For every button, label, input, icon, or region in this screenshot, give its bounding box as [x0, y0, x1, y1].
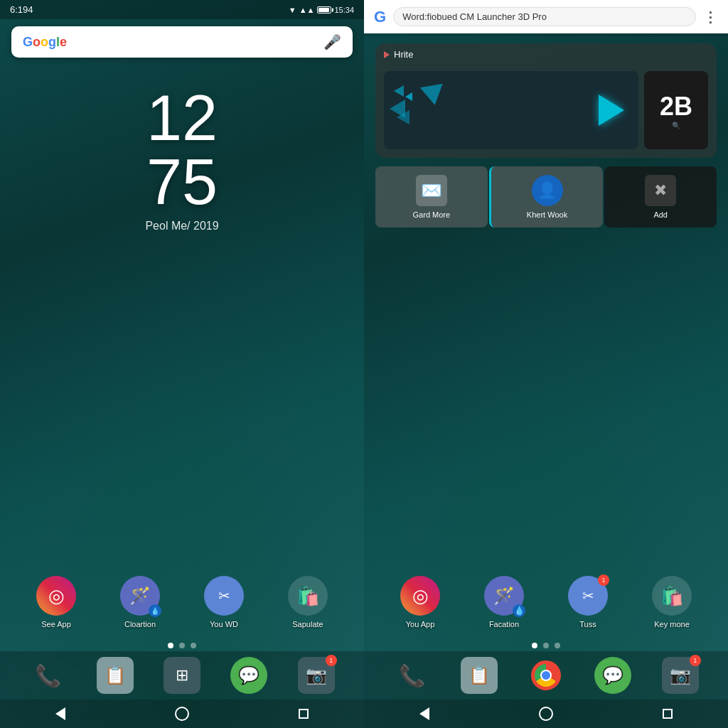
clock-widget-left: 12 75 Peol Me/ 2019 [0, 86, 364, 232]
khert-wook-label: Khert Wook [527, 210, 567, 219]
see-app-icon: ◎ [36, 576, 76, 616]
camera-badge-left: 1 [326, 655, 337, 666]
x-icon: ✖ [654, 181, 667, 200]
contact-row: ✉️ Gard More 👤 Khert Wook ✖ Add [375, 166, 717, 228]
nav-bar-right [364, 700, 728, 728]
dock-right: 📞 📋 💬 📷 1 [364, 651, 728, 700]
tri-large [416, 77, 442, 105]
recent-btn-left[interactable] [289, 703, 318, 724]
recent-btn-right[interactable] [653, 703, 682, 724]
mail-icon-box: ✉️ [416, 175, 447, 206]
play-icon [599, 95, 624, 126]
person-icon: 👤 [537, 181, 557, 200]
clock-date: Peol Me/ 2019 [0, 220, 364, 232]
dot-2 [179, 643, 185, 648]
clock-hour: 12 [0, 86, 364, 150]
dock-chat-left[interactable]: 💬 [230, 657, 267, 694]
cloartion-icon: 🪄 💧 [120, 576, 160, 616]
app-cloartion[interactable]: 🪄 💧 Cloartion [120, 576, 160, 628]
status-bar-left: 6:194 ▼ ▲▲ 15:34 [0, 0, 364, 19]
recent-panel-title: Hrite [375, 43, 717, 65]
dock-notes-right[interactable]: 📋 [461, 657, 498, 694]
dock-grid-left[interactable]: ⊞ [164, 657, 200, 694]
youwd-icon: ✂ [204, 576, 244, 616]
app-keymone[interactable]: 🛍️ Key mone [652, 576, 692, 628]
dock-camera-right[interactable]: 📷 1 [662, 657, 699, 694]
app-youwd[interactable]: ✂ You WD [204, 576, 244, 628]
contact-gard-more[interactable]: ✉️ Gard More [375, 166, 488, 228]
dot-r1 [532, 643, 537, 648]
browser-menu-icon[interactable]: ⋮ [703, 9, 718, 26]
app-you[interactable]: ◎ You App [400, 576, 440, 628]
youwd-label: You WD [210, 620, 238, 628]
page-dots-right [532, 643, 560, 648]
browser-google-logo: G [374, 8, 386, 26]
tuss-label: Tuss [579, 620, 596, 628]
you-app-label: You App [406, 620, 435, 628]
music-app-thumb[interactable] [384, 71, 638, 149]
right-phone: G Word:fiobued CM Launcher 3D Pro ⋮ Hrit… [364, 0, 728, 728]
left-phone: 6:194 ▼ ▲▲ 15:34 Google 🎤 12 75 Peol Me/… [0, 0, 364, 728]
facation-icon: 🪄 💧 [484, 576, 524, 616]
2b-search-icon: 🔍 [672, 122, 680, 129]
cloartion-label: Cloartion [124, 620, 156, 628]
dot-r3 [555, 643, 560, 648]
app-row-right: ◎ You App 🪄 💧 Facation ✂ 1 Tuss � [364, 576, 728, 628]
back-btn-left[interactable] [46, 703, 75, 724]
dot-r2 [543, 643, 549, 648]
contact-khert-wook[interactable]: 👤 Khert Wook [489, 166, 604, 228]
arrow-icon [384, 51, 390, 58]
tuss-badge: 1 [598, 574, 609, 586]
dock-chat-right[interactable]: 💬 [594, 657, 631, 694]
browser-url-bar[interactable]: Word:fiobued CM Launcher 3D Pro [393, 7, 696, 26]
dock-left: 📞 📋 ⊞ 💬 📷 1 [0, 651, 364, 700]
2b-text: 2B [660, 92, 692, 122]
recent-panel-content: 2B 🔍 [375, 65, 717, 158]
google-logo-left: Google [23, 35, 67, 50]
home-btn-right[interactable] [532, 703, 560, 724]
sapulate-icon: 🛍️ [288, 576, 328, 616]
camera-badge-right: 1 [690, 655, 701, 666]
dot-3 [191, 643, 196, 648]
you-app-icon: ◎ [400, 576, 440, 616]
dock-camera-left[interactable]: 📷 1 [298, 657, 335, 694]
mail-icon: ✉️ [421, 181, 442, 200]
search-bar-left[interactable]: Google 🎤 [11, 26, 353, 58]
status-icons-left: ▼ ▲▲ 15:34 [289, 6, 354, 14]
app-sapulate[interactable]: 🛍️ Sapulate [288, 576, 328, 628]
facation-badge: 💧 [513, 604, 525, 617]
recent-panel: Hrite 2B 🔍 [375, 43, 717, 158]
tri-medium-2 [397, 110, 410, 124]
dot-1 [168, 643, 173, 648]
facation-label: Facation [489, 620, 519, 628]
home-btn-left[interactable] [168, 703, 196, 724]
page-dots-left [168, 643, 196, 648]
browser-bar: G Word:fiobued CM Launcher 3D Pro ⋮ [364, 0, 728, 33]
dock-chrome-right[interactable] [528, 657, 564, 694]
keymone-icon: 🛍️ [652, 576, 692, 616]
mic-icon-left[interactable]: 🎤 [323, 33, 341, 50]
dock-notes-left[interactable]: 📋 [97, 657, 134, 694]
add-label: Add [653, 210, 668, 219]
app-see[interactable]: ◎ See App [36, 576, 76, 628]
clock-minute: 75 [0, 150, 364, 214]
add-icon-box: ✖ [645, 175, 676, 206]
clock-right: 15:34 [334, 6, 354, 14]
tri-small-2 [405, 92, 412, 101]
app-facation[interactable]: 🪄 💧 Facation [484, 576, 524, 628]
dock-phone-right[interactable]: 📞 [393, 657, 430, 694]
time-left: 6:194 [10, 4, 33, 15]
contact-add[interactable]: ✖ Add [604, 166, 717, 228]
gard-more-label: Gard More [413, 210, 451, 219]
keymone-label: Key mone [654, 620, 690, 628]
recent-title-text: Hrite [394, 49, 413, 60]
back-btn-right[interactable] [410, 703, 439, 724]
wifi-icon: ▼ [289, 6, 296, 14]
tri-small-1 [394, 85, 404, 97]
app-tuss[interactable]: ✂ 1 Tuss [568, 576, 608, 628]
2b-app-thumb[interactable]: 2B 🔍 [644, 71, 708, 149]
app-row-left: ◎ See App 🪄 💧 Cloartion ✂ You WD 🛍️ [0, 576, 364, 628]
nav-bar-left [0, 700, 364, 728]
signal-icon: ▲▲ [299, 6, 315, 14]
dock-phone-left[interactable]: 📞 [29, 657, 66, 694]
